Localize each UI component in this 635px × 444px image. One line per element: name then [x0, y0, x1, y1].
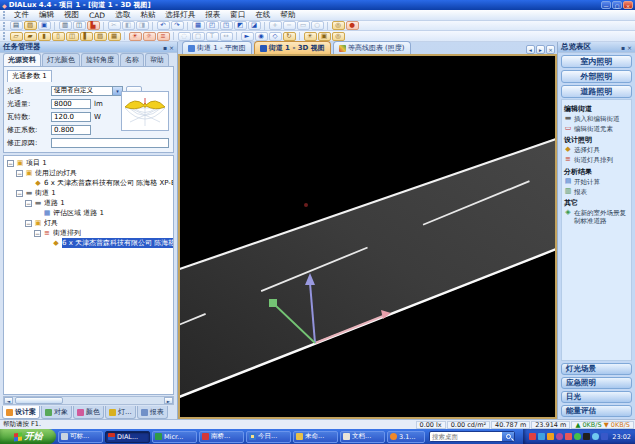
taskbar-button-5[interactable]: 未命... [293, 431, 338, 443]
select-arrow-icon[interactable]: ► [241, 32, 254, 41]
tab-light-color[interactable]: 灯光颜色 [42, 53, 80, 66]
tab-light-source-data[interactable]: 光源资料 [3, 53, 41, 66]
dimension-icon[interactable]: ↔ [220, 32, 233, 41]
paste-icon[interactable]: ◨ [136, 21, 149, 30]
tree-item-luminaire-selected[interactable]: ◆ 6 x 天津杰普森科技有限公司 陈海格 XP-E [4, 238, 173, 248]
raster-icon[interactable]: ▦ [108, 32, 121, 41]
guide-item-report[interactable]: ▥ 报表 [564, 188, 629, 196]
tree-item-street-arrangement[interactable]: − ≡ 街道排列 [4, 228, 173, 238]
online-icon[interactable]: ◎ [332, 21, 345, 30]
lamp-tool-icon[interactable]: ☀ [304, 32, 317, 41]
pin-icon[interactable]: ▪ [163, 44, 167, 51]
collapse-icon[interactable]: − [25, 200, 32, 207]
tree-item-luminaires-folder[interactable]: − ▣ 灯具 [4, 218, 173, 228]
search-input[interactable] [430, 433, 502, 441]
taskbar-button-2[interactable]: Micr... [152, 431, 197, 443]
insert-column-icon[interactable]: ▌ [80, 32, 93, 41]
tab-scroll-left-icon[interactable]: ◂ [526, 45, 535, 54]
menu-luminaire-selection[interactable]: 选择灯具 [160, 10, 200, 20]
menu-help[interactable]: 帮助 [275, 10, 300, 20]
menu-edit[interactable]: 编辑 [34, 10, 59, 20]
tray-icon[interactable] [583, 433, 590, 440]
texture-icon[interactable]: ▨ [94, 32, 107, 41]
taskbar-button-4[interactable]: 今日... [246, 431, 291, 443]
help-icon[interactable]: ● [346, 21, 359, 30]
text-object-icon[interactable]: T [206, 32, 219, 41]
cut-icon[interactable]: ✂ [108, 21, 121, 30]
scrollbar-thumb[interactable] [15, 397, 63, 404]
tray-icon[interactable] [556, 433, 563, 440]
zoom-window-icon[interactable]: ▭ [297, 21, 310, 30]
maximize-icon[interactable]: ▢ [612, 1, 622, 9]
tray-icon[interactable] [538, 433, 545, 440]
luminaire-line-icon[interactable]: ≡ [157, 32, 170, 41]
section-road-lighting[interactable]: 道路照明 [561, 85, 632, 98]
tab-plan-view[interactable]: 街道 1 - 平面图 [182, 41, 252, 54]
insert-door-icon[interactable]: ◫ [66, 32, 79, 41]
horizontal-scrollbar[interactable]: ◄ ► [3, 396, 174, 405]
taskbar-button-0[interactable]: 可标... [58, 431, 103, 443]
camera-tool-icon[interactable]: ◎ [332, 32, 345, 41]
taskbar-button-7[interactable]: 3.1... [387, 431, 425, 443]
taskbar-button-dialux[interactable]: DIAL... [105, 431, 150, 443]
menu-paste[interactable]: 粘贴 [135, 10, 160, 20]
close-icon[interactable]: × [623, 1, 633, 9]
save-icon[interactable]: ▣ [38, 21, 51, 30]
open-icon[interactable]: ▨ [24, 21, 37, 30]
section-indoor-lighting[interactable]: 室内照明 [561, 55, 632, 68]
taskbar-button-3[interactable]: 南桥... [199, 431, 244, 443]
zoom-in-icon[interactable]: + [269, 21, 282, 30]
cad-front-view-icon[interactable]: ◰ [206, 21, 219, 30]
guide-item-street-arrangement[interactable]: ≡ 街道灯具排列 [564, 156, 629, 164]
light-scene-icon[interactable]: ▣ [318, 32, 331, 41]
tab-close-icon[interactable]: × [546, 45, 555, 54]
tab-project[interactable]: 设计案 [2, 406, 40, 419]
cad-3d-view-icon[interactable]: ◩ [234, 21, 247, 30]
insert-window-icon[interactable]: ▯ [52, 32, 65, 41]
print-preview-icon[interactable]: ◫ [73, 21, 86, 30]
menu-online[interactable]: 在线 [250, 10, 275, 20]
menu-file[interactable]: 文件 [9, 10, 34, 20]
undo-icon[interactable]: ↶ [157, 21, 170, 30]
copy-icon[interactable]: ◧ [122, 21, 135, 30]
draw-room-icon[interactable]: ▱ [10, 32, 23, 41]
menu-view[interactable]: 视图 [59, 10, 84, 20]
print-icon[interactable]: ▥ [59, 21, 72, 30]
tray-icon[interactable] [574, 433, 581, 440]
watt-field[interactable] [51, 112, 91, 122]
cad-plan-view-icon[interactable]: ▦ [192, 21, 205, 30]
luminous-dropdown[interactable]: 使用者自定义 ▾ [51, 86, 123, 96]
tree-item-used-luminaires[interactable]: − ▣ 使用过的灯具 [4, 168, 173, 178]
menu-select[interactable]: 选取 [110, 10, 135, 20]
factor-field[interactable] [51, 125, 91, 135]
pan-tool-icon[interactable]: ◇ [269, 32, 282, 41]
tree-item-evaluation-area[interactable]: ▦ 评估区域 道路 1 [4, 208, 173, 218]
redo-icon[interactable]: ↷ [171, 21, 184, 30]
calc-surface-icon[interactable]: ▢ [192, 32, 205, 41]
section-exterior-lighting[interactable]: 外部照明 [561, 70, 632, 83]
collapse-icon[interactable]: − [16, 190, 23, 197]
new-file-icon[interactable]: ▤ [10, 21, 23, 30]
tray-icon[interactable] [529, 433, 536, 440]
guide-item-select-luminaire[interactable]: ◆ 选择灯具 [564, 146, 629, 154]
tree-item-road[interactable]: − ▬ 道路 1 [4, 198, 173, 208]
search-button[interactable] [502, 431, 514, 442]
tab-objects[interactable]: 对象 [41, 406, 72, 419]
tray-icon[interactable] [601, 433, 608, 440]
taskbar-button-6[interactable]: 文档... [340, 431, 385, 443]
lamp-parameters-tab[interactable]: 光通参数 1 [7, 70, 52, 82]
guide-item-copy-standard-road[interactable]: ◈ 在新的室外场景复制标准道路 [564, 209, 629, 225]
tab-output[interactable]: 报表 [137, 406, 168, 419]
light-scenes-button[interactable]: 灯光场景 [561, 363, 632, 375]
collapse-icon[interactable]: − [7, 160, 14, 167]
zoom-all-icon[interactable]: ○ [311, 21, 324, 30]
tab-luminaire-selection[interactable]: 灯... [105, 406, 136, 419]
insert-wall-icon[interactable]: ▮ [38, 32, 51, 41]
zoom-tool-icon[interactable]: ◉ [255, 32, 268, 41]
collapse-icon[interactable]: − [34, 230, 41, 237]
tree-item-luminaire[interactable]: ◆ 6 x 天津杰普森科技有限公司 陈海格 XP-E [4, 178, 173, 188]
scroll-left-icon[interactable]: ◄ [4, 397, 13, 404]
tray-icon[interactable] [592, 433, 599, 440]
orbit-tool-icon[interactable]: ↻ [283, 32, 296, 41]
menu-report[interactable]: 报表 [200, 10, 225, 20]
